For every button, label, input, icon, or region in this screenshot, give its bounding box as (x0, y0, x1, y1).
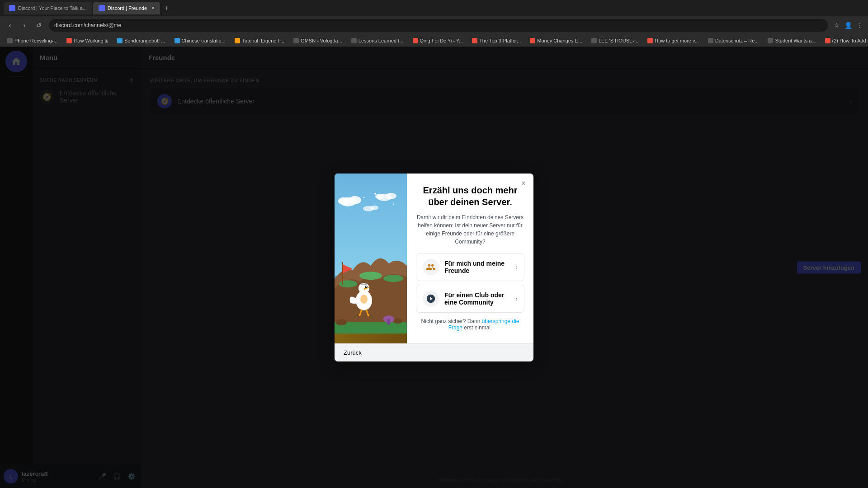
bookmarks-bar: Phone Recycling-... How Working & Sonder… (0, 34, 868, 47)
modal-close-button[interactable]: × (518, 178, 529, 189)
bookmark-datenschutz[interactable]: Datenschutz – Re... (704, 37, 763, 44)
tab-bar: Discord | Your Place to Talk a... Discor… (0, 0, 868, 16)
bookmark-chinese-favicon (175, 38, 180, 43)
bookmark-qing[interactable]: Qing Fei De Yi - Y... (409, 37, 467, 44)
bookmark-student-favicon (768, 38, 773, 43)
bookmark-more[interactable]: How to get more v... (644, 37, 703, 44)
discord-app: Menü SUCHE NACH SERVERN + 🧭 Entdecke öff… (0, 47, 868, 488)
more-icon[interactable]: ⋮ (855, 21, 864, 30)
bookmark-phone-favicon (7, 38, 13, 43)
svg-point-25 (366, 286, 367, 287)
svg-point-1 (349, 196, 361, 204)
modal-description: Damit wir dir beim Einrichten deines Ser… (416, 213, 524, 246)
skip-text-post: erst einmal. (462, 324, 492, 331)
modal-illustration (335, 174, 407, 343)
address-bar-row: ‹ › ↺ discord.com/channels/@me ☆ 👤 ⋮ (0, 16, 868, 34)
bookmark-howtoadd-label: (2) How To Add ... (832, 38, 868, 43)
svg-point-32 (360, 295, 368, 304)
back-button[interactable]: ‹ (4, 19, 16, 32)
bird-character-svg (346, 276, 382, 316)
browser-chrome: Discord | Your Place to Talk a... Discor… (0, 0, 868, 47)
star-icon[interactable]: ☆ (832, 21, 841, 30)
bookmark-tutorial-label: Tutorial: Eigene F... (242, 38, 284, 43)
bookmark-datenschutz-label: Datenschutz – Re... (715, 38, 759, 43)
bookmark-top3-favicon (472, 38, 477, 43)
bookmark-gmsn-label: GMSN - Vologda... (301, 38, 342, 43)
bookmark-working[interactable]: How Working & (63, 37, 112, 44)
bookmark-datenschutz-favicon (708, 38, 713, 43)
tab-1-label: Discord | Your Place to Talk a... (18, 5, 87, 11)
bookmark-chinese[interactable]: Chinese translatio... (171, 37, 229, 44)
server-setup-modal: × (335, 174, 533, 361)
bookmark-more-label: How to get more v... (655, 38, 699, 43)
forward-button[interactable]: › (18, 19, 31, 32)
bookmark-student-label: Student Wants a... (775, 38, 816, 43)
svg-point-10 (363, 197, 365, 198)
bookmark-working-label: How Working & (74, 38, 108, 43)
tab-1-favicon (9, 5, 15, 11)
tab-2-close[interactable]: × (151, 5, 155, 11)
community-chevron-icon: › (515, 295, 518, 302)
skip-text-pre: Nicht ganz sicher? Dann (421, 318, 482, 324)
bookmark-chinese-label: Chinese translatio... (182, 38, 226, 43)
address-text: discord.com/channels/@me (54, 22, 121, 28)
nav-buttons: ‹ › ↺ (4, 19, 45, 32)
bookmark-top3[interactable]: The Top 3 Platfor... (468, 37, 524, 44)
address-bar[interactable]: discord.com/channels/@me (49, 19, 828, 32)
modal-body: Erzähl uns doch mehr über deinen Server.… (335, 174, 533, 343)
bookmark-student[interactable]: Student Wants a... (764, 37, 819, 44)
svg-point-15 (336, 319, 347, 325)
svg-point-13 (383, 275, 403, 282)
bookmark-lessons-label: Lessons Learned f... (359, 38, 404, 43)
community-icon (423, 291, 439, 307)
svg-point-4 (386, 193, 396, 199)
friends-option-label: Für mich und meine Freunde (444, 260, 510, 274)
back-button[interactable]: Zurück (344, 349, 362, 356)
community-option-label: Für einen Club oder eine Community (444, 291, 510, 306)
profile-icon[interactable]: 👤 (844, 21, 853, 30)
bookmark-gmsn-favicon (293, 38, 299, 43)
bookmark-phone-label: Phone Recycling-... (14, 38, 57, 43)
tab-1[interactable]: Discord | Your Place to Talk a... (4, 2, 92, 14)
bookmark-lee-label: LEE 'S HOUSE-... (599, 38, 638, 43)
tab-2[interactable]: Discord | Freunde × (93, 2, 160, 14)
friends-chevron-icon: › (515, 263, 518, 271)
bookmark-lessons[interactable]: Lessons Learned f... (348, 37, 407, 44)
reload-button[interactable]: ↺ (33, 19, 45, 32)
bookmark-phone[interactable]: Phone Recycling-... (4, 37, 61, 44)
browser-actions: ☆ 👤 ⋮ (832, 21, 864, 30)
svg-point-7 (370, 206, 378, 210)
tab-2-label: Discord | Freunde (108, 5, 147, 11)
bookmark-gmsn[interactable]: GMSN - Vologda... (290, 37, 346, 44)
bookmark-sonder-favicon (117, 38, 123, 43)
tab-2-favicon (99, 5, 105, 11)
modal-right: Erzähl uns doch mehr über deinen Server.… (407, 174, 533, 343)
bookmark-working-favicon (66, 38, 72, 43)
bookmark-sonder[interactable]: Sonderangebot! ... (113, 37, 169, 44)
svg-point-16 (393, 318, 402, 324)
bookmark-lee[interactable]: LEE 'S HOUSE-... (588, 37, 642, 44)
bookmark-lee-favicon (591, 38, 597, 43)
bookmark-money-label: Money Changes E... (537, 38, 582, 43)
friends-icon (423, 259, 439, 275)
bookmark-top3-label: The Top 3 Platfor... (479, 38, 521, 43)
modal-title: Erzähl uns doch mehr über deinen Server. (416, 184, 524, 208)
bookmark-howtoadd[interactable]: (2) How To Add ... (821, 37, 868, 44)
skip-text: Nicht ganz sicher? Dann überspringe die … (416, 318, 524, 331)
option-friends-button[interactable]: Für mich und meine Freunde › (416, 253, 524, 281)
svg-point-24 (365, 286, 368, 288)
svg-point-9 (393, 203, 394, 205)
new-tab-button[interactable]: + (161, 3, 172, 14)
bookmark-tutorial[interactable]: Tutorial: Eigene F... (231, 37, 288, 44)
modal-footer: Zurück (335, 343, 533, 361)
bookmark-money[interactable]: Money Changes E... (526, 37, 586, 44)
svg-marker-20 (343, 264, 353, 273)
svg-point-2 (338, 197, 349, 205)
bookmark-lessons-favicon (351, 38, 357, 43)
bookmark-qing-favicon (413, 38, 418, 43)
bookmark-howtoadd-favicon (825, 38, 830, 43)
svg-rect-18 (387, 319, 390, 324)
svg-point-8 (374, 193, 376, 195)
svg-point-5 (375, 194, 384, 199)
option-community-button[interactable]: Für einen Club oder eine Community › (416, 285, 524, 313)
